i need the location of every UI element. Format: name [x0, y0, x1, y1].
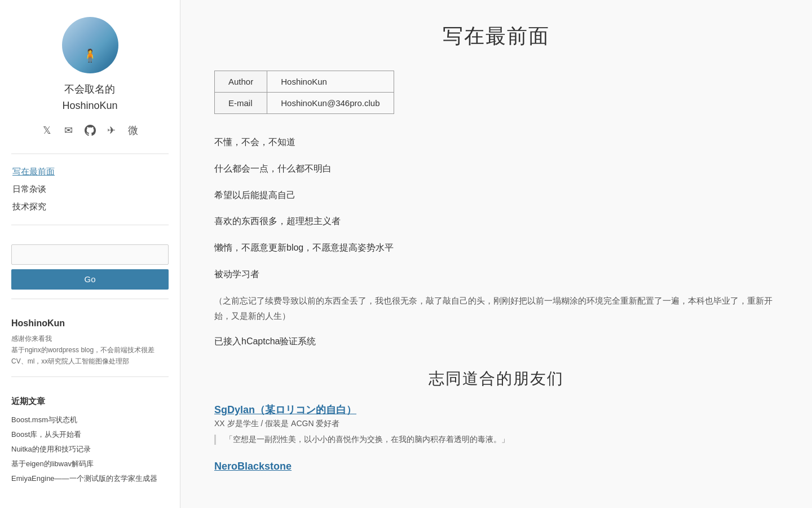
email-value: HoshinoKun@346pro.club: [267, 93, 394, 114]
blog-title: 不会取名的 HoshinoKun: [62, 81, 117, 114]
friend-block-0: SgDylan（某ロリコン的自白） XX 岁是学生 / 假装是 ACGN 爱好者…: [214, 403, 778, 445]
nav-links: 写在最前面 日常杂谈 技术探究: [11, 163, 169, 216]
para-0: 不懂，不会，不知道: [214, 134, 778, 151]
sidebar-divider-3: [11, 299, 169, 299]
sidebar-divider: [11, 154, 169, 154]
telegram-icon[interactable]: ✈: [104, 123, 119, 138]
nav-item-tech[interactable]: 技术探究: [11, 198, 169, 216]
post-item-1[interactable]: Boost库，从头开始看: [11, 427, 169, 442]
post-item-0[interactable]: Boost.msm与状态机: [11, 413, 169, 427]
friend-block-1: NeroBlackstone: [214, 461, 778, 475]
email-label: E-mail: [215, 93, 267, 114]
post-item-4[interactable]: EmiyaEngine——一个测试版的玄学家生成器: [11, 471, 169, 486]
nav-item-daily[interactable]: 日常杂谈: [11, 181, 169, 198]
email-icon[interactable]: ✉: [61, 123, 76, 138]
sidebar-divider-2: [11, 225, 169, 225]
author-desc: 感谢你来看我 基于nginx的wordpress blog，不会前端技术很差 C…: [11, 333, 169, 367]
author-value: HoshinoKun: [267, 71, 394, 93]
para-4: 懒惰，不愿意更新blog，不愿意提高姿势水平: [214, 240, 778, 256]
sidebar: 🧍 不会取名的 HoshinoKun 𝕏 ✉ ✈ 微 写在最前面 日常杂谈 技术…: [0, 0, 180, 508]
info-table: Author HoshinoKun E-mail HoshinoKun@346p…: [214, 71, 394, 114]
post-item-2[interactable]: Nuitka的使用和技巧记录: [11, 442, 169, 457]
recent-posts-title: 近期文章: [11, 396, 169, 407]
main-content: 写在最前面 Author HoshinoKun E-mail HoshinoKu…: [180, 0, 812, 508]
para-3: 喜欢的东西很多，超理想主义者: [214, 213, 778, 230]
search-section: Go: [11, 244, 169, 290]
search-input[interactable]: [11, 244, 169, 265]
author-label: Author: [215, 71, 267, 93]
author-name: HoshinoKun: [11, 318, 169, 329]
nav-item-home[interactable]: 写在最前面: [11, 163, 169, 181]
page-title: 写在最前面: [214, 23, 778, 50]
para-1: 什么都会一点，什么都不明白: [214, 161, 778, 177]
friend-quote-0: 「空想是一副烈性美，以小小的喜悦作为交换，在我的脑内积存着透明的毒液。」: [214, 435, 778, 445]
post-item-3[interactable]: 基于eigen的libwav解码库: [11, 457, 169, 471]
note-para: （之前忘记了续费导致以前的东西全丢了，我也很无奈，敲了敲自己的头，刚刚好把以前一…: [214, 293, 778, 323]
para-5: 被动学习者: [214, 266, 778, 283]
friends-title: 志同道合的朋友们: [214, 368, 778, 389]
friend-desc-0: XX 岁是学生 / 假装是 ACGN 爱好者: [214, 419, 778, 429]
author-section: HoshinoKun 感谢你来看我 基于nginx的wordpress blog…: [11, 318, 169, 367]
weibo-icon[interactable]: 微: [126, 123, 140, 138]
friend-name-0[interactable]: SgDylan（某ロリコン的自白）: [214, 403, 356, 417]
sidebar-divider-4: [11, 376, 169, 377]
avatar: 🧍: [62, 17, 118, 73]
para-2: 希望以后能提高自己: [214, 187, 778, 204]
twitter-icon[interactable]: 𝕏: [40, 123, 55, 138]
github-icon[interactable]: [83, 123, 98, 138]
social-icons: 𝕏 ✉ ✈ 微: [40, 123, 140, 138]
go-button[interactable]: Go: [11, 269, 169, 290]
friend-name-1[interactable]: NeroBlackstone: [214, 461, 292, 472]
captcha-notice: 已接入hCaptcha验证系统: [214, 334, 778, 350]
recent-posts-section: 近期文章 Boost.msm与状态机 Boost库，从头开始看 Nuitka的使…: [11, 396, 169, 486]
